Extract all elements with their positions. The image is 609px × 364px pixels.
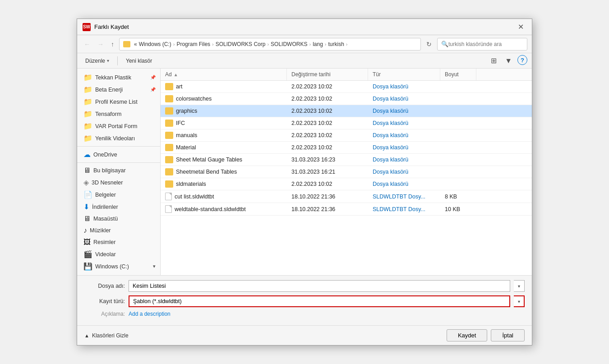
up-button[interactable]: ↑ — [109, 39, 116, 49]
sidebar-item-masaustu[interactable]: 🖥 Masaüstü — [77, 213, 160, 225]
close-button[interactable]: ✕ — [515, 23, 526, 32]
filename-dropdown-button[interactable]: ▾ — [514, 280, 525, 292]
filename-input[interactable] — [129, 280, 510, 292]
toolbar: Düzenle ▾ Yeni klasör ⊞ ▼ ? — [77, 53, 532, 69]
file-cell-name: cut list.sldwldtbt — [161, 190, 287, 203]
sidebar-item-bu-bilgisayar[interactable]: 🖥 Bu bilgisayar — [77, 165, 160, 176]
folder-icon — [165, 180, 173, 188]
path-seg-5: lang — [313, 41, 323, 47]
path-seg-3: SOLIDWORKS Corp — [216, 41, 266, 47]
filetype-dropdown-button[interactable]: ▾ — [514, 295, 525, 307]
path-sep-2: › — [212, 41, 214, 47]
header-date[interactable]: Değiştirme tarihi — [287, 69, 368, 80]
cancel-button[interactable]: İptal — [491, 329, 525, 341]
header-name[interactable]: Ad ▲ — [161, 69, 287, 80]
sidebar-item-beta[interactable]: 📁 Beta Enerji 📌 — [77, 83, 160, 96]
address-bar: ← → ↑ « Windows (C:) › Program Files › S… — [77, 35, 532, 53]
var-portal-icon: 📁 — [83, 122, 92, 130]
pin-icon-beta: 📌 — [150, 87, 156, 92]
file-cell-size — [440, 178, 476, 190]
sidebar-item-onedrive[interactable]: ☁ OneDrive — [77, 148, 160, 161]
table-row[interactable]: Sheetmetal Bend Tables 31.03.2023 16:21 … — [161, 166, 532, 178]
file-cell-date: 2.02.2023 10:02 — [287, 105, 368, 117]
header-size[interactable]: Boyut — [440, 69, 476, 80]
save-dialog: SW Farklı Kaydet ✕ ← → ↑ « Windows (C:) … — [77, 18, 532, 346]
file-cell-name: Sheet Metal Gauge Tables — [161, 154, 287, 166]
path-sep-4: › — [309, 41, 311, 47]
profil-icon: 📁 — [83, 97, 92, 106]
header-type[interactable]: Tür — [368, 69, 440, 80]
table-row[interactable]: Sheet Metal Gauge Tables 31.03.2023 16:2… — [161, 154, 532, 166]
sidebar-item-videolar[interactable]: 🎬 Videolar — [77, 248, 160, 260]
yenilik-icon: 📁 — [83, 134, 92, 143]
sidebar-item-label: OneDrive — [93, 152, 117, 158]
indirilenler-icon: ⬇ — [83, 203, 89, 211]
path-seg-1: Windows (C:) — [139, 41, 171, 47]
sidebar-item-3d[interactable]: ◈ 3D Nesneler — [77, 176, 160, 189]
sidebar-item-label: VAR Portal Form — [95, 123, 138, 129]
sidebar-item-belgeler[interactable]: 📄 Belgeler — [77, 189, 160, 201]
sidebar: 📁 Tekkan Plastik 📌 📁 Beta Enerji 📌 📁 Pro… — [77, 69, 161, 275]
table-row[interactable]: colorswatches 2.02.2023 10:02 Dosya klas… — [161, 93, 532, 105]
filetype-input[interactable] — [129, 295, 510, 307]
title-bar-left: SW Farklı Kaydet — [83, 23, 129, 31]
sidebar-item-resimler[interactable]: 🖼 Resimler — [77, 236, 160, 248]
save-button[interactable]: Kaydet — [447, 329, 487, 341]
computer-icon: 🖥 — [83, 166, 91, 175]
description-link[interactable]: Add a description — [129, 311, 171, 317]
file-cell-date: 31.03.2023 16:23 — [287, 154, 368, 166]
path-seg-6: turkish — [328, 41, 344, 47]
folder-icon — [165, 95, 173, 102]
sidebar-item-windows-c[interactable]: 💾 Windows (C:) ▾ — [77, 260, 160, 272]
sidebar-item-profil[interactable]: 📁 Profil Kesme List — [77, 96, 160, 108]
toolbar-separator — [117, 56, 118, 65]
folder-icon — [165, 107, 173, 115]
view-button[interactable]: ⊞ — [488, 55, 499, 66]
sidebar-item-tekkan[interactable]: 📁 Tekkan Plastik 📌 — [77, 71, 160, 83]
windows-c-icon: 💾 — [83, 262, 92, 271]
table-row[interactable]: manuals 2.02.2023 10:02 Dosya klasörü — [161, 129, 532, 142]
file-cell-name: IFC — [161, 117, 287, 129]
sidebar-item-yenilik[interactable]: 📁 Yenilik Videoları — [77, 132, 160, 144]
help-button[interactable]: ? — [517, 55, 527, 65]
organize-dropdown-arrow: ▾ — [107, 58, 109, 63]
sidebar-item-indirilenler[interactable]: ⬇ İndirilenler — [77, 201, 160, 213]
tekkan-icon: 📁 — [83, 73, 92, 82]
folder-icon — [165, 156, 173, 163]
table-row[interactable]: IFC 2.02.2023 10:02 Dosya klasörü — [161, 117, 532, 129]
back-button[interactable]: ← — [82, 39, 92, 49]
table-row[interactable]: weldtable-standard.sldwldtbt 18.10.2022 … — [161, 203, 532, 216]
file-cell-type: Dosya klasörü — [368, 81, 440, 92]
sidebar-item-var-portal[interactable]: 📁 VAR Portal Form — [77, 120, 160, 132]
table-row[interactable]: art 2.02.2023 10:02 Dosya klasörü — [161, 81, 532, 93]
forward-button[interactable]: → — [95, 39, 106, 49]
filetype-row: Kayıt türü: ▾ — [84, 295, 525, 307]
table-row[interactable]: graphics 2.02.2023 10:02 Dosya klasörü — [161, 105, 532, 117]
path-sep-1: › — [173, 41, 175, 47]
view-dropdown-button[interactable]: ▼ — [502, 55, 515, 66]
refresh-button[interactable]: ↻ — [424, 39, 434, 49]
collapse-folders-button[interactable]: ▲ Klasörleri Gizle — [84, 332, 129, 339]
file-cell-name: graphics — [161, 105, 287, 117]
collapse-arrow-icon: ▲ — [84, 333, 89, 338]
table-row[interactable]: sldmaterials 2.02.2023 10:02 Dosya klasö… — [161, 178, 532, 190]
dialog-title: Farklı Kaydet — [94, 23, 129, 30]
file-cell-date: 2.02.2023 10:02 — [287, 93, 368, 105]
search-input[interactable] — [448, 41, 521, 47]
organize-button[interactable]: Düzenle ▾ — [82, 56, 113, 65]
sidebar-item-tensaform[interactable]: 📁 Tensaform — [77, 108, 160, 120]
file-cell-size — [440, 81, 476, 92]
table-row[interactable]: Material 2.02.2023 10:02 Dosya klasörü — [161, 142, 532, 154]
footer-buttons: Kaydet İptal — [447, 329, 525, 341]
file-cell-date: 18.10.2022 21:36 — [287, 190, 368, 203]
table-row[interactable]: cut list.sldwldtbt 18.10.2022 21:36 SLDW… — [161, 190, 532, 203]
sidebar-item-muzikler[interactable]: ♪ Müzikler — [77, 225, 160, 236]
address-path[interactable]: « Windows (C:) › Program Files › SOLIDWO… — [119, 38, 421, 51]
file-cell-size — [440, 129, 476, 141]
path-folder-icon — [123, 41, 130, 47]
sidebar-item-label: Bu bilgisayar — [93, 167, 126, 174]
pin-icon: 📌 — [150, 75, 156, 80]
sidebar-item-label: Beta Enerji — [95, 87, 123, 93]
new-folder-button[interactable]: Yeni klasör — [122, 56, 156, 65]
sort-arrow-name: ▲ — [174, 72, 178, 77]
